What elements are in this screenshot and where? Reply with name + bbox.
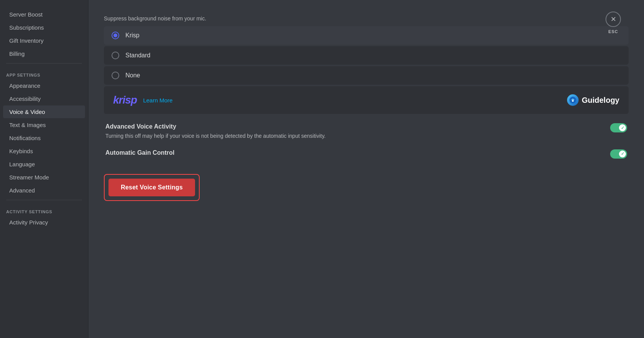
noise-option-none-label: None	[125, 72, 140, 79]
noise-option-standard[interactable]: Standard	[104, 46, 629, 65]
krisp-learn-more-link[interactable]: Learn More	[143, 97, 173, 104]
sidebar-item-accessibility[interactable]: Accessibility	[3, 92, 85, 105]
sidebar-group-app-settings: APP SETTINGS Appearance Accessibility Vo…	[0, 67, 88, 197]
guidelogy-label: Guidelogy	[582, 96, 619, 105]
advanced-voice-activity-toggle[interactable]: ✓	[610, 123, 627, 132]
sidebar-item-subscriptions[interactable]: Subscriptions	[3, 21, 85, 34]
guidelogy-icon	[567, 94, 579, 106]
automatic-gain-control-toggle[interactable]: ✓	[610, 149, 627, 159]
krisp-banner: krisp Learn More Guidelogy	[104, 86, 629, 114]
main-content: Suppress background noise from your mic.…	[88, 0, 644, 338]
automatic-gain-control-info: Automatic Gain Control	[105, 149, 595, 159]
advanced-voice-activity-row: Advanced Voice Activity Turning this off…	[104, 123, 629, 140]
sidebar-item-voice-video[interactable]: Voice & Video	[3, 105, 85, 118]
sidebar-group-billing: Server Boost Subscriptions Gift Inventor…	[0, 8, 88, 60]
noise-option-krisp[interactable]: Krisp	[104, 26, 629, 45]
toggle-check-icon: ✓	[621, 125, 624, 131]
noise-option-standard-label: Standard	[125, 52, 150, 59]
reset-voice-settings-container: Reset Voice Settings	[104, 174, 200, 201]
svg-point-1	[572, 99, 574, 100]
automatic-gain-control-title: Automatic Gain Control	[105, 149, 595, 156]
sidebar-item-streamer-mode[interactable]: Streamer Mode	[3, 171, 85, 184]
toggle-knob-gain: ✓	[619, 151, 626, 157]
sidebar: Server Boost Subscriptions Gift Inventor…	[0, 0, 88, 338]
advanced-voice-activity-info: Advanced Voice Activity Turning this off…	[105, 123, 595, 140]
toggle-knob-advanced: ✓	[619, 124, 626, 131]
sidebar-group-activity-settings: ACTIVITY SETTINGS Activity Privacy	[0, 203, 88, 229]
reset-voice-settings-button[interactable]: Reset Voice Settings	[108, 179, 195, 196]
suppress-label: Suppress background noise from your mic.	[104, 15, 629, 22]
radio-standard	[112, 52, 119, 59]
esc-container[interactable]: ✕ ESC	[606, 12, 621, 34]
automatic-gain-control-row: Automatic Gain Control ✓	[104, 149, 629, 159]
esc-circle: ✕	[606, 12, 621, 27]
sidebar-item-gift-inventory[interactable]: Gift Inventory	[3, 34, 85, 47]
sidebar-item-text-images[interactable]: Text & Images	[3, 119, 85, 131]
esc-label: ESC	[608, 29, 618, 34]
sidebar-item-notifications[interactable]: Notifications	[3, 132, 85, 144]
sidebar-item-language[interactable]: Language	[3, 158, 85, 171]
sidebar-item-activity-privacy[interactable]: Activity Privacy	[3, 216, 85, 229]
sidebar-item-server-boost[interactable]: Server Boost	[3, 8, 85, 21]
sidebar-section-activity-settings: ACTIVITY SETTINGS	[0, 203, 88, 216]
sidebar-divider-2	[6, 200, 82, 200]
toggle-check-gain-icon: ✓	[621, 151, 624, 156]
krisp-logo: krisp	[113, 94, 137, 106]
radio-krisp	[112, 32, 119, 39]
sidebar-item-appearance[interactable]: Appearance	[3, 79, 85, 92]
sidebar-item-advanced[interactable]: Advanced	[3, 184, 85, 197]
advanced-voice-activity-desc: Turning this off may help if your voice …	[105, 132, 595, 140]
noise-option-krisp-label: Krisp	[125, 32, 139, 39]
sidebar-section-app-settings: APP SETTINGS	[0, 67, 88, 79]
sidebar-item-keybinds[interactable]: Keybinds	[3, 145, 85, 157]
sidebar-divider	[6, 63, 82, 64]
noise-option-none[interactable]: None	[104, 66, 629, 85]
sidebar-item-billing[interactable]: Billing	[3, 47, 85, 60]
close-icon: ✕	[611, 15, 616, 23]
radio-none	[112, 72, 119, 79]
advanced-voice-activity-title: Advanced Voice Activity	[105, 123, 595, 130]
guidelogy-badge: Guidelogy	[567, 94, 619, 106]
